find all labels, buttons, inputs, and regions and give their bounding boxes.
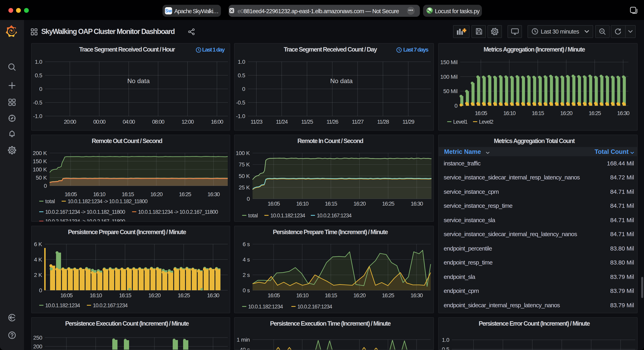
svg-text:16:05: 16:05 — [60, 292, 72, 299]
svg-text:16:25: 16:25 — [178, 292, 190, 299]
svg-text:2 s: 2 s — [242, 272, 250, 278]
svg-text:10.0.2.167:1234: 10.0.2.167:1234 — [316, 212, 352, 218]
svg-text:0.5: 0.5 — [442, 346, 449, 350]
svg-text:6 K: 6 K — [34, 241, 42, 247]
svg-text:10.0.2.167:1234 -> 10.0.1.182_: 10.0.2.167:1234 -> 10.0.1.182_11800 — [45, 209, 125, 215]
svg-text:-0.5: -0.5 — [33, 100, 42, 106]
svg-text:16:10: 16:10 — [503, 110, 515, 116]
svg-text:16:25: 16:25 — [382, 200, 394, 206]
svg-text:16:30: 16:30 — [617, 110, 629, 116]
svg-text:10.0.1.182:1234: 10.0.1.182:1234 — [45, 303, 80, 309]
svg-text:200 K: 200 K — [32, 150, 47, 156]
svg-text:10.0.1.182:1234: 10.0.1.182:1234 — [270, 212, 305, 218]
svg-text:16:30: 16:30 — [410, 292, 422, 299]
svg-text:16:10: 16:10 — [296, 200, 308, 206]
svg-text:250: 250 — [33, 335, 42, 341]
svg-text:0.5: 0.5 — [34, 72, 42, 78]
svg-text:16:10: 16:10 — [93, 191, 105, 197]
svg-text:16:30: 16:30 — [410, 200, 423, 206]
svg-text:16:10: 16:10 — [296, 292, 308, 299]
svg-text:16:25: 16:25 — [179, 191, 191, 197]
svg-text:10.0.2.167:1234 -> 10.0.2.167_: 10.0.2.167:1234 -> 10.0.2.167_11800 — [45, 218, 125, 222]
svg-text:-0.5: -0.5 — [236, 100, 245, 106]
svg-text:16:20: 16:20 — [560, 110, 572, 116]
svg-text:16:15: 16:15 — [532, 110, 544, 116]
svg-text:0: 0 — [44, 182, 47, 189]
svg-text:16:20: 16:20 — [353, 200, 366, 206]
svg-text:150 K: 150 K — [32, 158, 47, 164]
svg-text:0.5: 0.5 — [238, 72, 245, 78]
svg-text:16:30: 16:30 — [207, 292, 219, 299]
svg-text:16:15: 16:15 — [324, 200, 337, 206]
svg-text:04:00: 04:00 — [122, 119, 135, 125]
svg-text:4 K: 4 K — [34, 256, 42, 263]
svg-text:Level1: Level1 — [453, 119, 467, 125]
svg-text:16:15: 16:15 — [119, 292, 131, 299]
svg-text:16:05: 16:05 — [475, 110, 487, 116]
svg-text:16:10: 16:10 — [90, 292, 102, 299]
svg-text:16:20: 16:20 — [150, 191, 162, 197]
svg-text:1.0: 1.0 — [442, 337, 449, 343]
svg-text:2 K: 2 K — [34, 272, 42, 278]
svg-text:08:00: 08:00 — [152, 119, 164, 125]
svg-text:200: 200 — [33, 343, 42, 350]
svg-text:0: 0 — [39, 287, 42, 294]
svg-text:1 min: 1 min — [236, 337, 250, 343]
svg-text:16:05: 16:05 — [267, 292, 280, 299]
svg-text:20:00: 20:00 — [64, 119, 76, 125]
svg-text:16:05: 16:05 — [267, 200, 280, 206]
svg-text:00:00: 00:00 — [93, 119, 105, 125]
svg-text:25 K: 25 K — [238, 184, 250, 190]
svg-text:4 s: 4 s — [242, 256, 250, 263]
svg-text:16:30: 16:30 — [207, 191, 220, 197]
svg-text:10.0.1.182:1234 -> 10.0.1.182_: 10.0.1.182:1234 -> 10.0.1.182_11800 — [68, 198, 147, 204]
svg-text:11/26: 11/26 — [326, 119, 338, 125]
svg-text:-1.0: -1.0 — [33, 113, 42, 119]
svg-text:16:25: 16:25 — [382, 292, 394, 299]
svg-text:50 Mil: 50 Mil — [443, 88, 457, 94]
svg-text:11/25: 11/25 — [301, 119, 313, 125]
svg-text:100 Mil: 100 Mil — [440, 74, 457, 80]
svg-text:total: total — [248, 212, 258, 218]
svg-text:16:15: 16:15 — [324, 292, 337, 299]
svg-text:16:00: 16:00 — [211, 119, 223, 125]
svg-text:16:20: 16:20 — [148, 292, 160, 299]
svg-text:11/24: 11/24 — [276, 119, 288, 125]
svg-text:50 K: 50 K — [36, 175, 47, 180]
svg-text:100 K: 100 K — [32, 166, 47, 173]
svg-text:16:20: 16:20 — [353, 292, 366, 299]
svg-text:11/28: 11/28 — [377, 119, 389, 125]
svg-text:0: 0 — [242, 86, 245, 92]
svg-text:0: 0 — [39, 86, 42, 92]
svg-text:0: 0 — [246, 195, 250, 202]
svg-text:11/23: 11/23 — [250, 119, 262, 125]
svg-text:0: 0 — [454, 103, 457, 109]
svg-text:Level2: Level2 — [479, 119, 493, 125]
svg-text:10.0.1.182:1234 -> 10.0.2.167_: 10.0.1.182:1234 -> 10.0.2.167_11800 — [138, 209, 218, 215]
svg-text:150 Mil: 150 Mil — [440, 59, 457, 65]
svg-text:100 K: 100 K — [236, 150, 250, 156]
svg-text:11/27: 11/27 — [352, 119, 364, 125]
svg-text:total: total — [45, 198, 55, 204]
svg-text:10.0.2.167:1234: 10.0.2.167:1234 — [93, 303, 128, 309]
svg-text:16:05: 16:05 — [64, 191, 77, 197]
svg-text:No data: No data — [127, 77, 150, 84]
svg-text:16:15: 16:15 — [122, 191, 134, 197]
svg-text:10.0.2.167:1234: 10.0.2.167:1234 — [297, 304, 332, 310]
svg-text:40 s: 40 s — [239, 347, 250, 350]
svg-text:1.0: 1.0 — [34, 59, 42, 65]
svg-text:10.0.1.182:1234: 10.0.1.182:1234 — [248, 304, 283, 310]
svg-text:75 K: 75 K — [238, 161, 250, 168]
svg-text:No data: No data — [330, 77, 352, 84]
svg-text:0 s: 0 s — [242, 287, 250, 294]
svg-text:6 s: 6 s — [242, 241, 250, 247]
svg-text:1.0: 1.0 — [238, 59, 245, 65]
svg-text:-1.0: -1.0 — [236, 113, 245, 119]
svg-text:16:25: 16:25 — [588, 110, 601, 116]
svg-text:11/29: 11/29 — [402, 119, 414, 125]
svg-text:50 K: 50 K — [238, 173, 250, 179]
svg-text:12:00: 12:00 — [181, 119, 194, 125]
